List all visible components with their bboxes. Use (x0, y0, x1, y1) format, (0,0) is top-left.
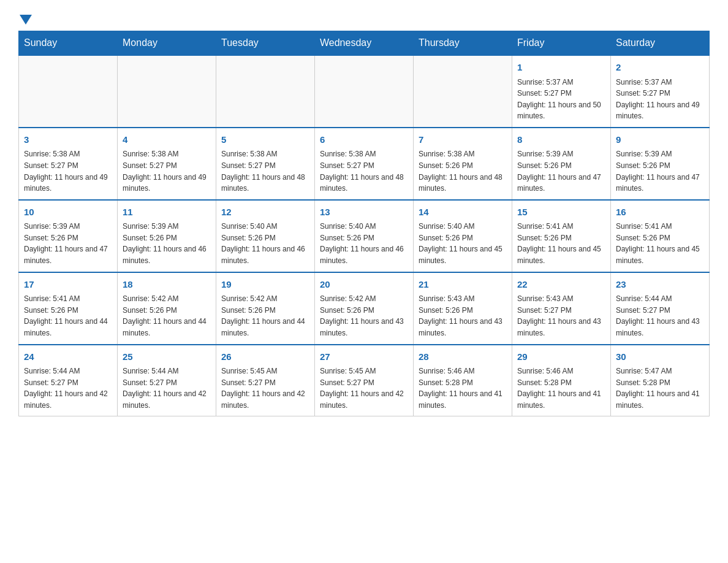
day-info: Sunrise: 5:39 AMSunset: 5:26 PMDaylight:… (517, 148, 605, 194)
calendar-cell (118, 55, 216, 128)
calendar-cell: 29Sunrise: 5:46 AMSunset: 5:28 PMDayligh… (512, 345, 611, 416)
day-number: 6 (320, 133, 408, 147)
calendar-cell: 20Sunrise: 5:42 AMSunset: 5:26 PMDayligh… (315, 272, 414, 345)
day-number: 21 (419, 278, 507, 292)
calendar-cell: 11Sunrise: 5:39 AMSunset: 5:26 PMDayligh… (118, 200, 216, 272)
week-row-5: 24Sunrise: 5:44 AMSunset: 5:27 PMDayligh… (19, 345, 710, 416)
day-number: 25 (123, 350, 211, 364)
day-info: Sunrise: 5:46 AMSunset: 5:28 PMDaylight:… (517, 366, 605, 411)
day-info: Sunrise: 5:38 AMSunset: 5:26 PMDaylight:… (419, 148, 507, 194)
day-number: 9 (616, 133, 704, 147)
calendar-cell (315, 55, 414, 128)
column-header-thursday: Thursday (414, 31, 512, 56)
day-number: 3 (24, 133, 112, 147)
calendar-cell: 17Sunrise: 5:41 AMSunset: 5:26 PMDayligh… (19, 272, 118, 345)
calendar-cell: 4Sunrise: 5:38 AMSunset: 5:27 PMDaylight… (118, 128, 216, 200)
calendar-cell: 6Sunrise: 5:38 AMSunset: 5:27 PMDaylight… (315, 128, 414, 200)
day-number: 26 (221, 350, 309, 364)
column-header-saturday: Saturday (611, 31, 710, 56)
day-info: Sunrise: 5:41 AMSunset: 5:26 PMDaylight:… (517, 221, 605, 266)
day-number: 7 (419, 133, 507, 147)
day-info: Sunrise: 5:44 AMSunset: 5:27 PMDaylight:… (123, 366, 211, 411)
calendar-cell: 25Sunrise: 5:44 AMSunset: 5:27 PMDayligh… (118, 345, 216, 416)
day-info: Sunrise: 5:40 AMSunset: 5:26 PMDaylight:… (221, 221, 309, 266)
day-number: 18 (123, 278, 211, 292)
logo-triangle-icon (20, 15, 32, 25)
calendar-cell: 2Sunrise: 5:37 AMSunset: 5:27 PMDaylight… (611, 55, 710, 128)
day-number: 15 (517, 205, 605, 220)
day-info: Sunrise: 5:39 AMSunset: 5:26 PMDaylight:… (123, 221, 211, 266)
week-row-1: 1Sunrise: 5:37 AMSunset: 5:27 PMDaylight… (19, 55, 710, 128)
calendar-cell: 16Sunrise: 5:41 AMSunset: 5:26 PMDayligh… (611, 200, 710, 272)
calendar-cell: 14Sunrise: 5:40 AMSunset: 5:26 PMDayligh… (414, 200, 512, 272)
day-number: 5 (221, 133, 309, 147)
day-number: 23 (616, 278, 704, 292)
day-info: Sunrise: 5:45 AMSunset: 5:27 PMDaylight:… (221, 366, 309, 411)
day-number: 20 (320, 278, 408, 292)
calendar-cell: 30Sunrise: 5:47 AMSunset: 5:28 PMDayligh… (611, 345, 710, 416)
column-header-sunday: Sunday (19, 31, 118, 56)
week-row-2: 3Sunrise: 5:38 AMSunset: 5:27 PMDaylight… (19, 128, 710, 200)
day-info: Sunrise: 5:42 AMSunset: 5:26 PMDaylight:… (123, 293, 211, 339)
day-info: Sunrise: 5:40 AMSunset: 5:26 PMDaylight:… (320, 221, 408, 266)
day-info: Sunrise: 5:46 AMSunset: 5:28 PMDaylight:… (419, 366, 507, 411)
logo (18, 12, 33, 25)
calendar-cell: 10Sunrise: 5:39 AMSunset: 5:26 PMDayligh… (19, 200, 118, 272)
calendar-cell: 3Sunrise: 5:38 AMSunset: 5:27 PMDaylight… (19, 128, 118, 200)
day-info: Sunrise: 5:43 AMSunset: 5:27 PMDaylight:… (517, 293, 605, 339)
day-number: 2 (616, 61, 704, 75)
day-info: Sunrise: 5:44 AMSunset: 5:27 PMDaylight:… (616, 293, 704, 339)
calendar-cell: 26Sunrise: 5:45 AMSunset: 5:27 PMDayligh… (216, 345, 315, 416)
day-info: Sunrise: 5:42 AMSunset: 5:26 PMDaylight:… (320, 293, 408, 339)
day-info: Sunrise: 5:47 AMSunset: 5:28 PMDaylight:… (616, 366, 704, 411)
calendar-cell: 19Sunrise: 5:42 AMSunset: 5:26 PMDayligh… (216, 272, 315, 345)
day-info: Sunrise: 5:38 AMSunset: 5:27 PMDaylight:… (320, 148, 408, 194)
day-info: Sunrise: 5:43 AMSunset: 5:26 PMDaylight:… (419, 293, 507, 339)
calendar-cell: 12Sunrise: 5:40 AMSunset: 5:26 PMDayligh… (216, 200, 315, 272)
day-info: Sunrise: 5:41 AMSunset: 5:26 PMDaylight:… (24, 293, 112, 339)
day-number: 8 (517, 133, 605, 147)
day-number: 27 (320, 350, 408, 364)
day-info: Sunrise: 5:45 AMSunset: 5:27 PMDaylight:… (320, 366, 408, 411)
day-info: Sunrise: 5:41 AMSunset: 5:26 PMDaylight:… (616, 221, 704, 266)
day-info: Sunrise: 5:38 AMSunset: 5:27 PMDaylight:… (24, 148, 112, 194)
day-info: Sunrise: 5:39 AMSunset: 5:26 PMDaylight:… (24, 221, 112, 266)
day-number: 11 (123, 205, 211, 220)
calendar-cell: 15Sunrise: 5:41 AMSunset: 5:26 PMDayligh… (512, 200, 611, 272)
day-number: 10 (24, 205, 112, 220)
calendar-cell: 7Sunrise: 5:38 AMSunset: 5:26 PMDaylight… (414, 128, 512, 200)
calendar-cell: 5Sunrise: 5:38 AMSunset: 5:27 PMDaylight… (216, 128, 315, 200)
day-number: 30 (616, 350, 704, 364)
calendar-table: SundayMondayTuesdayWednesdayThursdayFrid… (18, 31, 710, 416)
calendar-cell: 8Sunrise: 5:39 AMSunset: 5:26 PMDaylight… (512, 128, 611, 200)
day-number: 12 (221, 205, 309, 220)
calendar-header-row: SundayMondayTuesdayWednesdayThursdayFrid… (19, 31, 710, 56)
page-header (18, 12, 710, 25)
day-number: 24 (24, 350, 112, 364)
calendar-cell: 22Sunrise: 5:43 AMSunset: 5:27 PMDayligh… (512, 272, 611, 345)
day-number: 13 (320, 205, 408, 220)
week-row-4: 17Sunrise: 5:41 AMSunset: 5:26 PMDayligh… (19, 272, 710, 345)
day-info: Sunrise: 5:40 AMSunset: 5:26 PMDaylight:… (419, 221, 507, 266)
day-number: 4 (123, 133, 211, 147)
calendar-cell (414, 55, 512, 128)
column-header-monday: Monday (118, 31, 216, 56)
calendar-cell: 9Sunrise: 5:39 AMSunset: 5:26 PMDaylight… (611, 128, 710, 200)
day-info: Sunrise: 5:42 AMSunset: 5:26 PMDaylight:… (221, 293, 309, 339)
day-info: Sunrise: 5:38 AMSunset: 5:27 PMDaylight:… (123, 148, 211, 194)
day-info: Sunrise: 5:37 AMSunset: 5:27 PMDaylight:… (616, 77, 704, 122)
week-row-3: 10Sunrise: 5:39 AMSunset: 5:26 PMDayligh… (19, 200, 710, 272)
calendar-cell: 24Sunrise: 5:44 AMSunset: 5:27 PMDayligh… (19, 345, 118, 416)
day-number: 29 (517, 350, 605, 364)
day-info: Sunrise: 5:38 AMSunset: 5:27 PMDaylight:… (221, 148, 309, 194)
calendar-cell: 1Sunrise: 5:37 AMSunset: 5:27 PMDaylight… (512, 55, 611, 128)
column-header-friday: Friday (512, 31, 611, 56)
calendar-cell: 23Sunrise: 5:44 AMSunset: 5:27 PMDayligh… (611, 272, 710, 345)
day-info: Sunrise: 5:37 AMSunset: 5:27 PMDaylight:… (517, 77, 605, 122)
day-number: 14 (419, 205, 507, 220)
calendar-cell (216, 55, 315, 128)
column-header-tuesday: Tuesday (216, 31, 315, 56)
day-number: 1 (517, 61, 605, 75)
day-number: 22 (517, 278, 605, 292)
day-number: 19 (221, 278, 309, 292)
